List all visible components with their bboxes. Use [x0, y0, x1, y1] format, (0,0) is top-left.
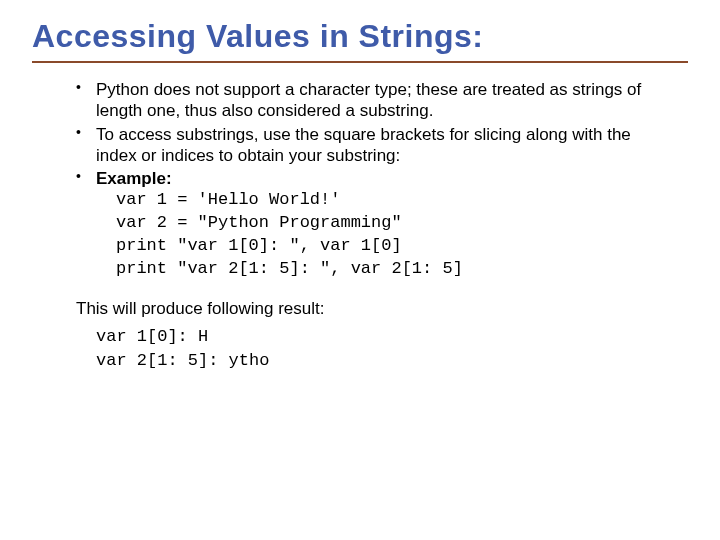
page-title: Accessing Values in Strings: [32, 18, 688, 55]
code-line: var 2 = "Python Programming" [116, 212, 668, 235]
code-line: print "var 2[1: 5]: ", var 2[1: 5] [116, 258, 668, 281]
bullet-item: To access substrings, use the square bra… [76, 124, 668, 167]
code-line: print "var 1[0]: ", var 1[0] [116, 235, 668, 258]
bullet-text: Python does not support a character type… [96, 80, 641, 120]
example-label: Example: [96, 169, 172, 188]
result-block: var 1[0]: H var 2[1: 5]: ytho [76, 325, 668, 373]
title-divider [32, 61, 688, 63]
result-intro: This will produce following result: [76, 299, 668, 319]
bullet-item: Python does not support a character type… [76, 79, 668, 122]
code-block: var 1 = 'Hello World!' var 2 = "Python P… [96, 189, 668, 281]
code-line: var 1 = 'Hello World!' [116, 189, 668, 212]
bullet-list: Python does not support a character type… [76, 79, 668, 281]
content-area: Python does not support a character type… [32, 79, 688, 373]
slide: Accessing Values in Strings: Python does… [0, 0, 720, 373]
result-line: var 1[0]: H [96, 325, 668, 349]
bullet-item: Example: var 1 = 'Hello World!' var 2 = … [76, 168, 668, 281]
bullet-text: To access substrings, use the square bra… [96, 125, 631, 165]
result-line: var 2[1: 5]: ytho [96, 349, 668, 373]
